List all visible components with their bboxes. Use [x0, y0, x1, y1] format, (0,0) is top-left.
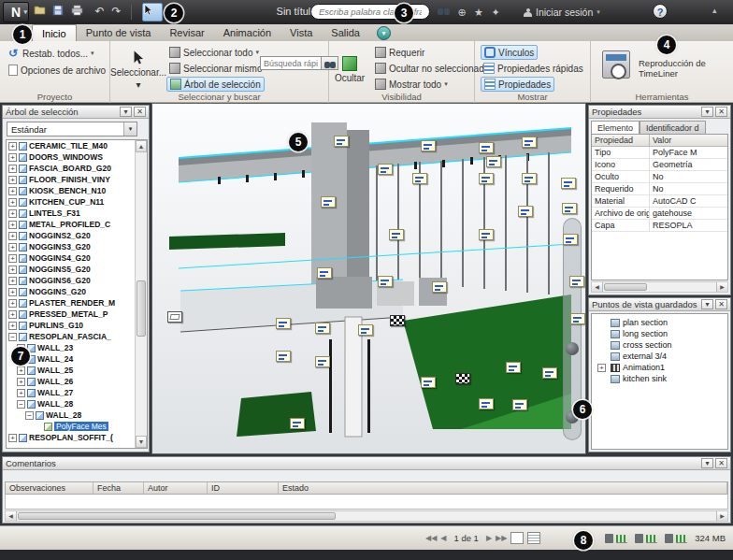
- print-button[interactable]: [71, 5, 87, 20]
- section-box-icon[interactable]: [167, 311, 182, 323]
- hyperlink-icon[interactable]: [317, 267, 332, 279]
- tree-item[interactable]: +FLOOR_FINISH_VINY: [7, 174, 147, 185]
- clash-link-icon[interactable]: [390, 315, 405, 326]
- properties-horizontal-scrollbar[interactable]: ◀ ▶: [591, 281, 728, 293]
- viewpoint-item[interactable]: long section: [597, 328, 727, 339]
- ribbon-extra-button[interactable]: ▾: [377, 26, 391, 40]
- panel-menu-button[interactable]: ▾: [701, 299, 713, 309]
- comments-horizontal-scrollbar[interactable]: ◀ ▶: [5, 510, 728, 522]
- hyperlink-icon[interactable]: [334, 136, 349, 147]
- tree-item[interactable]: +WALL_26: [7, 376, 147, 387]
- hyperlink-icon[interactable]: [522, 136, 537, 148]
- scroll-right-icon[interactable]: ▶: [716, 282, 727, 292]
- hyperlink-icon[interactable]: [421, 140, 436, 151]
- search-binoculars-icon[interactable]: [436, 6, 451, 19]
- scroll-thumb[interactable]: [137, 280, 146, 337]
- tree-item[interactable]: +PRESSED_METAL_P: [7, 309, 147, 320]
- hyperlink-icon[interactable]: [378, 164, 393, 175]
- panel-menu-button[interactable]: ▾: [120, 107, 132, 117]
- open-button[interactable]: [34, 5, 50, 20]
- hyperlink-icon[interactable]: [389, 229, 404, 240]
- ribbon-minimize-icon[interactable]: ▴: [712, 6, 717, 15]
- tree-item[interactable]: PolyFace Mes: [7, 421, 147, 432]
- clash-link-icon[interactable]: [455, 373, 470, 384]
- scroll-left-icon[interactable]: ◀: [6, 511, 17, 521]
- tree-item[interactable]: +NOGGINS5_G20: [7, 264, 147, 275]
- sheet-browser-icon[interactable]: [510, 532, 524, 544]
- hyperlink-icon[interactable]: [522, 173, 537, 184]
- file-options-button[interactable]: Opciones de archivo: [6, 63, 108, 78]
- hide-big-button[interactable]: Ocultar: [331, 44, 368, 94]
- require-button[interactable]: Requerir: [372, 45, 427, 60]
- comments-body[interactable]: [5, 495, 728, 510]
- hyperlink-icon[interactable]: [542, 367, 557, 379]
- hyperlink-icon[interactable]: [321, 196, 336, 208]
- expand-icon[interactable]: +: [8, 434, 17, 442]
- panel-menu-button[interactable]: ▾: [701, 107, 713, 117]
- tree-item[interactable]: +FASCIA_BOARD_G20: [7, 163, 147, 174]
- panel-close-button[interactable]: ✕: [134, 107, 146, 117]
- hyperlink-icon[interactable]: [378, 276, 393, 287]
- hyperlink-icon[interactable]: [506, 362, 521, 373]
- expand-icon[interactable]: +: [8, 299, 17, 308]
- hyperlink-icon[interactable]: [569, 276, 584, 287]
- tree-item[interactable]: −WALL_28: [7, 409, 147, 421]
- save-button[interactable]: [52, 5, 68, 20]
- viewpoint-item[interactable]: kitchen sink: [597, 373, 727, 384]
- timeliner-playback-button[interactable]: Reproducción de TimeLiner: [636, 58, 729, 79]
- tree-item[interactable]: +CERAMIC_TILE_M40: [7, 140, 147, 151]
- expand-icon[interactable]: +: [8, 153, 17, 162]
- first-sheet-icon[interactable]: ◀◀: [425, 534, 437, 542]
- scroll-right-icon[interactable]: ▶: [716, 511, 727, 521]
- tree-item[interactable]: +LINTELS_F31: [7, 208, 147, 219]
- expand-icon[interactable]: +: [8, 187, 17, 195]
- collapse-icon[interactable]: −: [8, 333, 17, 341]
- hyperlink-icon[interactable]: [479, 229, 494, 240]
- hyperlink-icon[interactable]: [432, 281, 447, 293]
- hyperlink-icon[interactable]: [412, 173, 427, 184]
- tree-item[interactable]: +NOGGINS4_G20: [7, 252, 147, 264]
- favorites-star-icon[interactable]: ★: [471, 6, 486, 19]
- expand-icon[interactable]: +: [17, 389, 25, 397]
- properties-tab-elemento[interactable]: Elemento: [591, 121, 640, 134]
- hyperlink-icon[interactable]: [479, 142, 494, 153]
- hyperlink-icon[interactable]: [518, 206, 533, 217]
- expand-icon[interactable]: +: [8, 232, 17, 240]
- reset-all-button[interactable]: ↺ Restab. todos...▾: [6, 46, 97, 61]
- expand-icon[interactable]: +: [597, 364, 606, 372]
- expand-icon[interactable]: +: [8, 221, 17, 229]
- sign-in-button[interactable]: Iniciar sesión ▾: [524, 5, 600, 20]
- collapse-icon[interactable]: −: [25, 411, 34, 420]
- expand-icon[interactable]: +: [8, 254, 17, 263]
- hyperlink-icon[interactable]: [479, 173, 494, 184]
- tree-item[interactable]: +METAL_PROFILED_C: [7, 219, 147, 230]
- hyperlink-icon[interactable]: [421, 377, 436, 388]
- tree-item[interactable]: +RESOPLAN_SOFFIT_(: [7, 432, 147, 443]
- scroll-thumb[interactable]: [604, 283, 647, 291]
- scroll-left-icon[interactable]: ◀: [592, 282, 603, 292]
- tree-item[interactable]: +NOGGINS3_G20: [7, 241, 147, 252]
- quick-properties-button[interactable]: Propiedades rápidas: [481, 61, 586, 76]
- select-tool-button[interactable]: [142, 3, 163, 22]
- expand-icon[interactable]: +: [8, 165, 17, 173]
- links-button[interactable]: Vínculos: [481, 45, 538, 60]
- select-all-button[interactable]: Seleccionar todo▾: [166, 45, 262, 60]
- hyperlink-icon[interactable]: [276, 318, 291, 329]
- expand-icon[interactable]: +: [8, 277, 17, 285]
- properties-button[interactable]: Propiedades: [481, 77, 554, 92]
- expand-icon[interactable]: +: [8, 288, 17, 296]
- tree-item[interactable]: +NOGGINS6_G20: [7, 275, 147, 286]
- tab-punto-de-vista[interactable]: Punto de vista: [77, 24, 161, 41]
- tree-mode-select[interactable]: Estándar ▾: [7, 122, 137, 136]
- tree-item[interactable]: +KIOSK_BENCH_N10: [7, 185, 147, 196]
- tree-vertical-scrollbar[interactable]: ▲ ▼: [135, 140, 147, 448]
- multisheet-icon[interactable]: [527, 532, 540, 544]
- selection-tree-button[interactable]: Árbol de selección: [166, 77, 265, 92]
- hyperlink-icon[interactable]: [563, 234, 578, 245]
- tab-vista[interactable]: Vista: [280, 24, 322, 41]
- hyperlink-icon[interactable]: [486, 156, 501, 167]
- expand-icon[interactable]: +: [8, 198, 17, 207]
- previous-sheet-icon[interactable]: ◀: [440, 534, 446, 542]
- viewpoint-item[interactable]: plan section: [597, 317, 727, 328]
- tab-inicio[interactable]: Inicio: [32, 24, 77, 41]
